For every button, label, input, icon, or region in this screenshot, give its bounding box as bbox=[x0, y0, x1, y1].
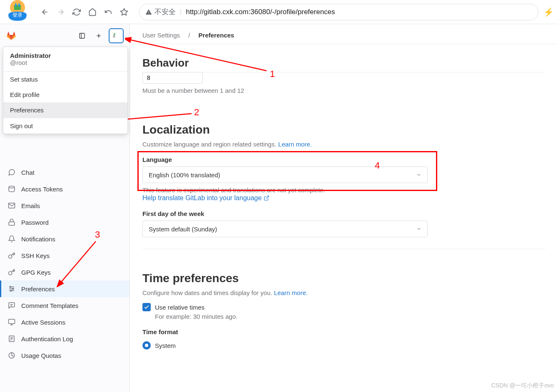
time-format-label: Time format bbox=[142, 328, 546, 335]
localization-desc: Customize language and region related se… bbox=[142, 141, 546, 148]
panel-icon[interactable] bbox=[75, 29, 89, 42]
relative-times-sub: For example: 30 minutes ago. bbox=[155, 313, 546, 320]
security-warning: 不安全 bbox=[145, 7, 176, 17]
svg-line-29 bbox=[129, 40, 267, 71]
sidebar-item-comment-templates[interactable]: Comment Templates bbox=[0, 297, 130, 314]
sidebar-item-usage-quotas[interactable]: Usage Quotas bbox=[0, 347, 130, 364]
dropdown-set-status[interactable]: Set status bbox=[3, 72, 127, 87]
external-link-icon bbox=[264, 195, 269, 201]
localization-section: Localization Customize language and regi… bbox=[130, 107, 558, 262]
annotation-arrow-3 bbox=[56, 239, 102, 287]
behavior-help-text: Must be a number between 1 and 12 bbox=[142, 87, 546, 94]
dow-label: First day of the week bbox=[142, 210, 546, 217]
time-desc: Configure how dates and times display fo… bbox=[142, 289, 546, 296]
undo-button[interactable] bbox=[101, 5, 116, 20]
address-bar[interactable]: 不安全 | http://gitlab.cxk.com:36080/-/prof… bbox=[139, 4, 538, 20]
dropdown-preferences[interactable]: Preferences bbox=[3, 102, 127, 118]
time-heading: Time preferences bbox=[142, 272, 546, 285]
svg-line-31 bbox=[60, 241, 96, 283]
annotation-num-4: 4 bbox=[375, 160, 380, 171]
chevron-down-icon bbox=[416, 226, 421, 231]
annotation-num-3: 3 bbox=[95, 229, 100, 240]
home-button[interactable] bbox=[85, 5, 100, 20]
plus-icon[interactable] bbox=[92, 29, 105, 42]
user-dropdown: Administrator @root Set status Edit prof… bbox=[3, 47, 128, 134]
svg-marker-1 bbox=[121, 8, 128, 15]
url-text: http://gitlab.cxk.com:36080/-/profile/pr… bbox=[186, 8, 335, 16]
user-avatar-button[interactable]: a bbox=[109, 28, 124, 43]
svg-rect-20 bbox=[9, 319, 15, 324]
sidebar-item-password[interactable]: Password bbox=[0, 214, 130, 231]
time-format-system-label: System bbox=[155, 342, 176, 349]
dropdown-header: Administrator @root bbox=[3, 47, 127, 72]
chevron-down-icon bbox=[416, 172, 421, 177]
language-select[interactable]: English (100% translated) bbox=[142, 166, 428, 183]
svg-rect-2 bbox=[80, 33, 85, 38]
radio-selected-icon[interactable] bbox=[142, 341, 151, 350]
svg-rect-11 bbox=[9, 222, 15, 225]
back-button[interactable] bbox=[37, 5, 52, 20]
svg-point-8 bbox=[114, 33, 115, 35]
language-note: This feature is experimental and transla… bbox=[142, 186, 546, 194]
sidebar-header: a bbox=[0, 24, 130, 47]
svg-line-28 bbox=[266, 196, 269, 198]
time-format-system-row[interactable]: System bbox=[142, 341, 546, 350]
sidebar-item-auth-log[interactable]: Authentication Log bbox=[0, 330, 130, 347]
forward-button[interactable] bbox=[53, 5, 68, 20]
dropdown-username: Administrator bbox=[10, 52, 121, 59]
login-text: 登录 bbox=[12, 12, 22, 19]
bookmark-button[interactable] bbox=[117, 5, 132, 20]
sidebar-item-chat[interactable]: Chat bbox=[0, 164, 130, 181]
watermark: CSDN @一坨小橙子ovo bbox=[491, 382, 554, 390]
sidebar-item-access-tokens[interactable]: Access Tokens bbox=[0, 181, 130, 197]
translate-link[interactable]: Help translate GitLab into your language bbox=[142, 194, 269, 201]
main-content: User Settings / Preferences Behavior Mus… bbox=[130, 24, 558, 392]
relative-times-row[interactable]: Use relative times bbox=[142, 303, 546, 311]
sidebar-item-emails[interactable]: Emails bbox=[0, 197, 130, 214]
relative-times-label: Use relative times bbox=[155, 304, 204, 311]
language-label: Language bbox=[142, 156, 546, 163]
addr-separator: | bbox=[180, 8, 182, 16]
localization-learn-more-link[interactable]: Learn more. bbox=[278, 141, 312, 148]
dropdown-handle: @root bbox=[10, 59, 121, 66]
lightning-icon[interactable]: ⚡ bbox=[543, 7, 554, 17]
dow-select[interactable]: System default (Sunday) bbox=[142, 221, 428, 237]
nav-buttons bbox=[37, 5, 132, 20]
svg-point-9 bbox=[9, 186, 15, 188]
checkbox-checked-icon[interactable] bbox=[142, 303, 151, 311]
browser-toolbar: 登录 不安全 | http://gitlab.cxk.com:36080/-/p… bbox=[0, 0, 558, 24]
dropdown-edit-profile[interactable]: Edit profile bbox=[3, 87, 127, 102]
reload-button[interactable] bbox=[69, 5, 84, 20]
browser-login-badge[interactable]: 登录 bbox=[4, 0, 31, 21]
sidebar-item-active-sessions[interactable]: Active Sessions bbox=[0, 314, 130, 330]
gitlab-logo-icon bbox=[6, 30, 17, 41]
localization-heading: Localization bbox=[142, 123, 546, 136]
time-section: Time preferences Configure how dates and… bbox=[130, 262, 558, 362]
annotation-arrow-1 bbox=[125, 35, 271, 75]
time-learn-more-link[interactable]: Learn more. bbox=[274, 289, 308, 296]
dropdown-sign-out[interactable]: Sign out bbox=[3, 118, 127, 134]
